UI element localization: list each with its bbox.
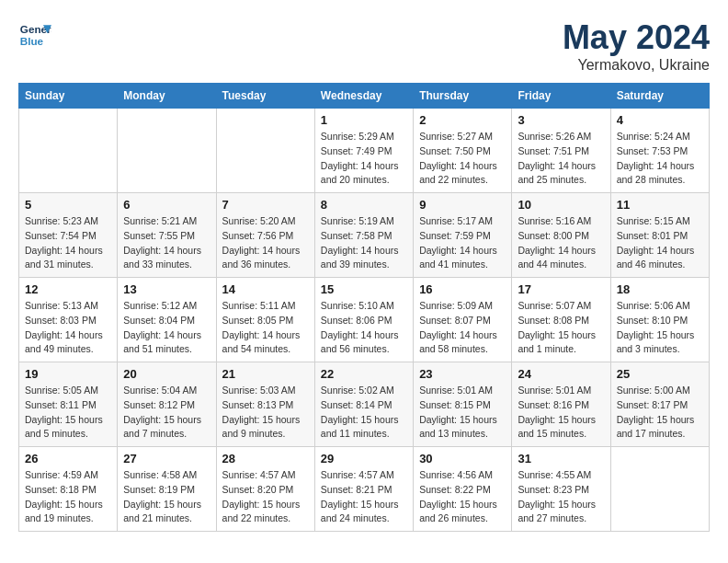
day-info: Sunrise: 5:15 AM Sunset: 8:01 PM Dayligh… — [617, 214, 703, 272]
table-cell: 17Sunrise: 5:07 AM Sunset: 8:08 PM Dayli… — [512, 278, 610, 362]
day-number: 5 — [25, 198, 111, 212]
logo-icon: General Blue — [18, 18, 51, 52]
day-info: Sunrise: 5:29 AM Sunset: 7:49 PM Dayligh… — [321, 130, 407, 188]
day-info: Sunrise: 5:01 AM Sunset: 8:16 PM Dayligh… — [518, 384, 604, 442]
table-cell: 20Sunrise: 5:04 AM Sunset: 8:12 PM Dayli… — [118, 362, 216, 447]
day-number: 21 — [222, 367, 309, 381]
week-row-3: 12Sunrise: 5:13 AM Sunset: 8:03 PM Dayli… — [19, 278, 710, 362]
day-info: Sunrise: 5:00 AM Sunset: 8:17 PM Dayligh… — [617, 384, 703, 442]
table-cell: 18Sunrise: 5:06 AM Sunset: 8:10 PM Dayli… — [610, 278, 709, 362]
day-number: 18 — [617, 282, 703, 296]
day-number: 27 — [123, 452, 210, 465]
table-cell: 6Sunrise: 5:21 AM Sunset: 7:55 PM Daylig… — [118, 193, 216, 278]
day-number: 6 — [123, 198, 210, 212]
day-number: 14 — [222, 282, 309, 296]
day-info: Sunrise: 4:57 AM Sunset: 8:20 PM Dayligh… — [222, 468, 309, 526]
table-cell: 3Sunrise: 5:26 AM Sunset: 7:51 PM Daylig… — [512, 109, 610, 193]
table-cell: 21Sunrise: 5:03 AM Sunset: 8:13 PM Dayli… — [216, 362, 314, 447]
table-cell: 29Sunrise: 4:57 AM Sunset: 8:21 PM Dayli… — [314, 447, 413, 532]
day-number: 10 — [518, 198, 604, 212]
day-number: 13 — [123, 282, 210, 296]
table-cell — [216, 109, 314, 193]
table-cell: 31Sunrise: 4:55 AM Sunset: 8:23 PM Dayli… — [512, 447, 610, 532]
day-info: Sunrise: 5:27 AM Sunset: 7:50 PM Dayligh… — [419, 130, 506, 188]
week-row-1: 1Sunrise: 5:29 AM Sunset: 7:49 PM Daylig… — [19, 109, 710, 193]
table-cell: 25Sunrise: 5:00 AM Sunset: 8:17 PM Dayli… — [610, 362, 709, 447]
day-info: Sunrise: 5:06 AM Sunset: 8:10 PM Dayligh… — [617, 299, 703, 357]
day-number: 7 — [222, 198, 309, 212]
day-number: 24 — [518, 367, 604, 381]
table-cell: 9Sunrise: 5:17 AM Sunset: 7:59 PM Daylig… — [414, 193, 512, 278]
table-cell: 7Sunrise: 5:20 AM Sunset: 7:56 PM Daylig… — [216, 193, 314, 278]
day-info: Sunrise: 4:56 AM Sunset: 8:22 PM Dayligh… — [419, 468, 506, 526]
day-number: 2 — [419, 113, 506, 127]
title-block: May 2024 Yermakovo, Ukraine — [563, 18, 710, 74]
day-info: Sunrise: 5:10 AM Sunset: 8:06 PM Dayligh… — [321, 299, 407, 357]
table-cell: 11Sunrise: 5:15 AM Sunset: 8:01 PM Dayli… — [610, 193, 709, 278]
table-cell: 16Sunrise: 5:09 AM Sunset: 8:07 PM Dayli… — [414, 278, 512, 362]
table-cell: 5Sunrise: 5:23 AM Sunset: 7:54 PM Daylig… — [19, 193, 118, 278]
day-info: Sunrise: 5:24 AM Sunset: 7:53 PM Dayligh… — [617, 130, 703, 188]
header-sunday: Sunday — [19, 84, 118, 109]
day-number: 20 — [123, 367, 210, 381]
day-info: Sunrise: 5:20 AM Sunset: 7:56 PM Dayligh… — [222, 214, 309, 272]
header-monday: Monday — [118, 84, 216, 109]
header-tuesday: Tuesday — [216, 84, 314, 109]
day-number: 8 — [321, 198, 407, 212]
table-cell: 4Sunrise: 5:24 AM Sunset: 7:53 PM Daylig… — [610, 109, 709, 193]
day-number: 26 — [25, 452, 111, 465]
calendar-table: Sunday Monday Tuesday Wednesday Thursday… — [18, 83, 710, 532]
day-info: Sunrise: 4:59 AM Sunset: 8:18 PM Dayligh… — [25, 468, 111, 526]
header-wednesday: Wednesday — [314, 84, 413, 109]
header-saturday: Saturday — [610, 84, 709, 109]
week-row-4: 19Sunrise: 5:05 AM Sunset: 8:11 PM Dayli… — [19, 362, 710, 447]
table-cell: 19Sunrise: 5:05 AM Sunset: 8:11 PM Dayli… — [19, 362, 118, 447]
day-number: 19 — [25, 367, 111, 381]
day-info: Sunrise: 5:17 AM Sunset: 7:59 PM Dayligh… — [419, 214, 506, 272]
day-info: Sunrise: 5:26 AM Sunset: 7:51 PM Dayligh… — [518, 130, 604, 188]
table-cell: 10Sunrise: 5:16 AM Sunset: 8:00 PM Dayli… — [512, 193, 610, 278]
day-number: 9 — [419, 198, 506, 212]
week-row-2: 5Sunrise: 5:23 AM Sunset: 7:54 PM Daylig… — [19, 193, 710, 278]
table-cell: 12Sunrise: 5:13 AM Sunset: 8:03 PM Dayli… — [19, 278, 118, 362]
table-cell — [118, 109, 216, 193]
table-cell: 24Sunrise: 5:01 AM Sunset: 8:16 PM Dayli… — [512, 362, 610, 447]
day-number: 29 — [321, 452, 407, 465]
weekday-header-row: Sunday Monday Tuesday Wednesday Thursday… — [19, 84, 710, 109]
day-info: Sunrise: 5:13 AM Sunset: 8:03 PM Dayligh… — [25, 299, 111, 357]
day-number: 1 — [321, 113, 407, 127]
day-info: Sunrise: 5:04 AM Sunset: 8:12 PM Dayligh… — [123, 384, 210, 442]
page-header: General Blue May 2024 Yermakovo, Ukraine — [18, 18, 710, 74]
day-info: Sunrise: 5:01 AM Sunset: 8:15 PM Dayligh… — [419, 384, 506, 442]
table-cell: 26Sunrise: 4:59 AM Sunset: 8:18 PM Dayli… — [19, 447, 118, 532]
table-cell: 1Sunrise: 5:29 AM Sunset: 7:49 PM Daylig… — [314, 109, 413, 193]
day-info: Sunrise: 5:16 AM Sunset: 8:00 PM Dayligh… — [518, 214, 604, 272]
table-cell: 23Sunrise: 5:01 AM Sunset: 8:15 PM Dayli… — [414, 362, 512, 447]
day-number: 12 — [25, 282, 111, 296]
table-cell: 15Sunrise: 5:10 AM Sunset: 8:06 PM Dayli… — [314, 278, 413, 362]
header-thursday: Thursday — [414, 84, 512, 109]
day-info: Sunrise: 5:03 AM Sunset: 8:13 PM Dayligh… — [222, 384, 309, 442]
day-number: 30 — [419, 452, 506, 465]
day-info: Sunrise: 5:02 AM Sunset: 8:14 PM Dayligh… — [321, 384, 407, 442]
day-number: 31 — [518, 452, 604, 465]
day-info: Sunrise: 5:23 AM Sunset: 7:54 PM Dayligh… — [25, 214, 111, 272]
table-cell: 30Sunrise: 4:56 AM Sunset: 8:22 PM Dayli… — [414, 447, 512, 532]
day-number: 16 — [419, 282, 506, 296]
day-number: 17 — [518, 282, 604, 296]
table-cell: 13Sunrise: 5:12 AM Sunset: 8:04 PM Dayli… — [118, 278, 216, 362]
logo: General Blue — [18, 18, 51, 52]
day-info: Sunrise: 5:11 AM Sunset: 8:05 PM Dayligh… — [222, 299, 309, 357]
table-cell: 28Sunrise: 4:57 AM Sunset: 8:20 PM Dayli… — [216, 447, 314, 532]
day-number: 4 — [617, 113, 703, 127]
day-info: Sunrise: 4:55 AM Sunset: 8:23 PM Dayligh… — [518, 468, 604, 526]
day-number: 28 — [222, 452, 309, 465]
day-info: Sunrise: 4:57 AM Sunset: 8:21 PM Dayligh… — [321, 468, 407, 526]
week-row-5: 26Sunrise: 4:59 AM Sunset: 8:18 PM Dayli… — [19, 447, 710, 532]
day-info: Sunrise: 5:21 AM Sunset: 7:55 PM Dayligh… — [123, 214, 210, 272]
day-info: Sunrise: 4:58 AM Sunset: 8:19 PM Dayligh… — [123, 468, 210, 526]
header-friday: Friday — [512, 84, 610, 109]
day-number: 11 — [617, 198, 703, 212]
day-info: Sunrise: 5:09 AM Sunset: 8:07 PM Dayligh… — [419, 299, 506, 357]
svg-text:Blue: Blue — [20, 35, 44, 47]
